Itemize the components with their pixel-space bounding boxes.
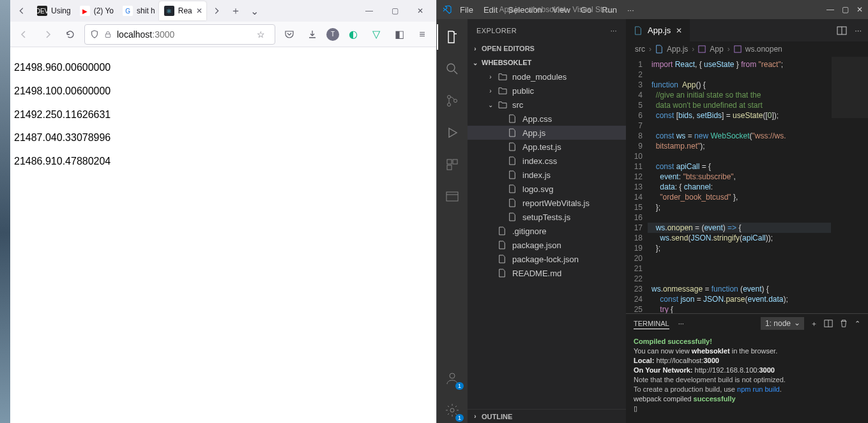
activity-extensions-icon[interactable] <box>437 152 468 177</box>
new-tab-button[interactable]: ＋ <box>227 2 245 20</box>
browser-tab[interactable]: ▶(2) Yo <box>75 1 118 20</box>
activity-account-icon[interactable]: 1 <box>437 366 468 391</box>
maximize-panel-icon[interactable]: ⌃ <box>855 320 860 328</box>
open-editors-section[interactable]: ›OPEN EDITORS <box>468 41 626 56</box>
node-label: App.css <box>522 114 552 124</box>
ext-icon-3[interactable]: ▽ <box>367 26 385 43</box>
tab-scroll-left[interactable] <box>13 2 31 20</box>
svg-rect-13 <box>735 46 741 52</box>
page-line: 21498.960.00600000 <box>14 56 432 80</box>
file-node[interactable]: App.test.js <box>468 140 626 154</box>
file-node[interactable]: setupTests.js <box>468 210 626 224</box>
file-node[interactable]: README.md <box>468 266 626 280</box>
editor-tab-label: App.js <box>648 26 671 35</box>
folder-node[interactable]: ›node_modules <box>468 70 626 84</box>
svg-point-4 <box>454 100 457 103</box>
lock-icon <box>104 30 112 39</box>
file-node[interactable]: package-lock.json <box>468 252 626 266</box>
chevron-icon: › <box>487 73 494 80</box>
explorer-more-icon[interactable]: ··· <box>611 27 617 34</box>
activity-output-icon[interactable] <box>437 184 468 209</box>
ext-icon-1[interactable]: T <box>326 28 339 41</box>
split-editor-icon[interactable] <box>837 26 847 36</box>
file-node[interactable]: App.css <box>468 112 626 126</box>
activity-scm-icon[interactable] <box>437 88 468 114</box>
node-label: App.js <box>522 128 545 138</box>
bookmark-star-icon[interactable]: ☆ <box>252 26 270 43</box>
file-node[interactable]: .gitignore <box>468 224 626 238</box>
back-button[interactable] <box>15 26 33 43</box>
terminal-tab[interactable]: TERMINAL <box>634 318 669 329</box>
menu-item[interactable]: File <box>460 5 473 15</box>
file-icon <box>498 226 508 235</box>
svg-rect-8 <box>446 192 458 201</box>
folder-icon <box>498 73 508 80</box>
svg-rect-12 <box>699 46 705 52</box>
file-node[interactable]: index.css <box>468 154 626 168</box>
window-maximize[interactable]: ▢ <box>842 5 849 14</box>
app-menu-icon[interactable]: ≡ <box>413 26 431 43</box>
forward-button[interactable] <box>38 26 56 43</box>
pocket-icon[interactable] <box>280 26 298 43</box>
activity-settings-icon[interactable]: 1 <box>437 397 468 423</box>
reload-button[interactable] <box>61 26 79 43</box>
close-tab-icon[interactable]: ✕ <box>196 6 202 15</box>
activity-explorer-icon[interactable] <box>437 24 468 50</box>
downloads-icon[interactable] <box>303 26 321 43</box>
browser-tab[interactable]: Gshit h <box>118 1 159 20</box>
browser-tab[interactable]: ⚛Rea✕ <box>159 1 206 20</box>
js-file-icon <box>634 26 643 36</box>
tab-scroll-right[interactable] <box>208 2 225 20</box>
terminal-output[interactable]: Compiled successfully!You can now view w… <box>626 333 868 423</box>
window-close[interactable]: ✕ <box>857 5 863 14</box>
file-icon <box>498 269 508 278</box>
terminal-more-icon[interactable]: ··· <box>678 320 684 327</box>
activity-debug-icon[interactable] <box>437 120 468 145</box>
outline-section[interactable]: ›OUTLINE <box>468 409 626 423</box>
file-node[interactable]: reportWebVitals.js <box>468 196 626 210</box>
file-node[interactable]: index.js <box>468 168 626 182</box>
browser-tab[interactable]: DEVUsing <box>32 1 75 20</box>
file-icon <box>508 114 519 123</box>
line-gutter: 1234567891011121314151617181920212223242… <box>626 57 648 313</box>
node-label: README.md <box>512 269 561 278</box>
breadcrumb-icon <box>734 45 742 53</box>
os-sidebar <box>0 0 10 423</box>
tab-overflow-button[interactable]: ⌄ <box>246 2 264 20</box>
split-terminal-icon[interactable] <box>824 319 833 328</box>
breadcrumb-item[interactable]: ws.onopen <box>745 45 782 54</box>
node-label: App.test.js <box>522 142 561 152</box>
terminal-selector[interactable]: 1: node <box>761 317 804 330</box>
folder-icon <box>498 101 508 108</box>
breadcrumb-icon <box>698 45 706 53</box>
ext-icon-4[interactable]: ◧ <box>390 26 408 43</box>
breadcrumb[interactable]: src ›App.js ›App ›ws.onopen <box>626 41 868 57</box>
more-actions-icon[interactable]: ··· <box>855 26 862 35</box>
code-editor[interactable]: import React, { useState } from "react";… <box>648 57 831 313</box>
close-tab-icon[interactable]: ✕ <box>676 26 682 35</box>
file-node[interactable]: App.js <box>468 126 626 140</box>
window-minimize[interactable]: ― <box>361 6 377 15</box>
kill-terminal-icon[interactable] <box>839 319 848 328</box>
window-minimize[interactable]: ― <box>826 5 834 14</box>
breadcrumb-item[interactable]: App <box>710 45 723 54</box>
vscode-window: FileEditSelectionViewGoRun··· App.js - w… <box>437 0 868 423</box>
breadcrumb-item[interactable]: src <box>635 45 645 54</box>
svg-point-10 <box>450 408 454 412</box>
window-close[interactable]: ✕ <box>412 6 429 15</box>
ext-icon-2[interactable]: ◐ <box>344 26 362 43</box>
minimap[interactable] <box>831 57 868 313</box>
breadcrumb-item[interactable]: App.js <box>667 45 688 54</box>
menu-item[interactable]: ··· <box>627 5 634 15</box>
activity-search-icon[interactable] <box>437 56 468 82</box>
menu-item[interactable]: Edit <box>483 5 498 15</box>
file-node[interactable]: package.json <box>468 238 626 252</box>
folder-node[interactable]: ›public <box>468 84 626 98</box>
project-section[interactable]: ⌄WHEBSOKLET <box>468 56 626 70</box>
file-node[interactable]: logo.svg <box>468 182 626 196</box>
new-terminal-icon[interactable]: ＋ <box>811 319 818 329</box>
editor-tab-appjs[interactable]: App.js ✕ <box>626 19 690 41</box>
folder-node[interactable]: ⌄src <box>468 98 626 112</box>
url-bar[interactable]: localhost:3000 ☆ <box>84 24 275 45</box>
window-maximize[interactable]: ▢ <box>386 6 403 15</box>
